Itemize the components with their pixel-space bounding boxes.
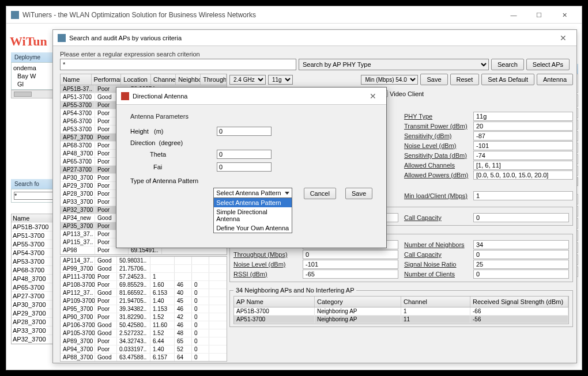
column-header[interactable]: AP Name [234,297,315,307]
search-button[interactable]: Search [491,59,524,70]
list-item[interactable]: AP48_3700 [12,275,56,283]
reset-button[interactable]: Reset [450,74,480,85]
column-header[interactable]: Throughpu.. [201,74,227,85]
table-row[interactable]: AP94_3700Poor0.033197..1.40520 [61,345,227,354]
close-icon[interactable]: ✕ [555,33,572,43]
mini-ap-list[interactable]: NameAP51B-3700AP51-3700AP55-3700AP54-370… [11,214,57,344]
tree-item[interactable]: Gl [13,80,55,88]
list-item[interactable]: AP51-3700 [12,231,56,240]
deployment-tree[interactable]: ondema Bay W Gl [11,62,57,90]
call-cap-value: 0 [473,213,569,222]
phy-select[interactable]: 11g [268,75,293,85]
list-item[interactable]: AP54-3700 [12,249,56,257]
tree-item[interactable]: Bay W [13,72,55,80]
column-header[interactable]: Location [121,74,151,85]
list-item[interactable]: AP53-3700 [12,257,56,266]
select-aps-button[interactable]: Select APs [526,59,570,70]
search-for-header: Search fo [11,179,57,189]
dialog-title: Directional Antenna [133,93,187,100]
antenna-button[interactable]: Antenna [537,74,573,85]
deployments-header: Deployme [11,52,57,62]
antenna-icon [121,92,129,100]
table-row[interactable]: AP88_3700Good63.47588..6.157640 [61,354,227,362]
list-item[interactable]: AP51B-3700 [12,223,56,231]
column-header[interactable]: Channels [151,74,176,85]
java-icon [11,11,19,19]
close-button[interactable]: ✕ [552,7,577,23]
neighbors-group: 34 Neighboring APs and No Interfering AP… [229,287,573,327]
allowed-pw-value[interactable]: [0.0, 5.0, 10.0, 15.0, 20.0] [473,170,573,180]
column-header[interactable]: Performan.. [92,74,122,85]
tree-root[interactable]: ondema [13,64,55,72]
scrollbar[interactable] [11,90,57,98]
main-titlebar: WiTuners - the WLAN Optimization Solutio… [6,6,582,24]
noise-value[interactable]: -101 [473,141,573,150]
java-icon [58,34,66,42]
criterion-label: Please enter a regular expression search… [60,51,570,58]
theta-input[interactable] [217,150,272,159]
logo: WiTun [10,34,47,49]
column-header[interactable]: Category [315,297,401,307]
table-row[interactable]: AP105-3700Good2.527232..1.52480 [61,329,227,337]
dropdown-option[interactable]: Define Your Own Antenna [214,223,292,233]
criterion-input[interactable] [60,59,296,70]
save-button[interactable]: Save [420,74,447,85]
table-row[interactable]: AP111-3700Poor57.24523..1 [61,273,227,281]
neighbors-body[interactable]: AP51B-3700Neighboring AP1-66AP51-3700Nei… [234,307,568,324]
min-load-value[interactable]: 1 [473,191,573,200]
dropdown-option[interactable]: Select Antenna Pattern [214,198,292,207]
pattern-dropdown[interactable]: Select Antenna Pattern Select Antenna Pa… [213,188,292,233]
column-header[interactable]: Name [61,74,92,85]
close-icon[interactable]: ✕ [364,92,382,101]
sensitivity-value[interactable]: -87 [473,131,573,140]
table-row[interactable]: AP89_3700Poor34.32743..6.44650 [61,337,227,345]
sens-data-value[interactable]: -74 [473,151,573,160]
save-button[interactable]: Save [345,188,372,199]
column-header[interactable]: Channel [401,297,470,307]
list-item[interactable]: AP28_3700 [12,318,56,326]
list-item[interactable]: AP33_3700 [12,326,56,335]
table-row[interactable]: AP114_37..Good50.98031.. [61,257,227,265]
list-item[interactable]: AP27-3700 [12,292,56,301]
cancel-button[interactable]: Cancel [304,188,336,199]
table-row[interactable]: AP51-3700Neighboring AP11-56 [234,316,568,324]
tx-power-value[interactable]: 20 [473,121,573,131]
height-input[interactable] [217,127,272,136]
list-item[interactable]: AP65-3700 [12,283,56,292]
maximize-button[interactable]: ☐ [526,7,552,23]
main-title: WiTuners - the WLAN Optimization Solutio… [22,11,501,19]
dropdown-option[interactable]: Simple Directional Antenna [214,207,292,223]
ap-table-body-ext[interactable]: AP114_37..Good50.98031..AP99_3700Good21.… [61,257,227,362]
column-header: Name [12,214,56,223]
list-item[interactable]: AP68-3700 [12,266,56,275]
video-client-check[interactable]: Video Client [380,90,424,97]
ap-table-header: NamePerforman..LocationChannelsNeighbors… [61,74,227,85]
table-row[interactable]: AP51B-3700Neighboring AP1-66 [234,307,568,316]
fai-input[interactable] [217,162,272,172]
list-item[interactable]: AP55-3700 [12,240,56,249]
set-default-button[interactable]: Set As Default [481,74,534,85]
table-row[interactable]: AP109-3700Poor21.94705..1.40450 [61,297,227,305]
list-item[interactable]: AP29_3700 [12,309,56,318]
neighbors-header: AP NameCategoryChannelReceived Signal St… [234,297,568,307]
params-label: Antenna Parameters [130,113,372,120]
antenna-dialog: Directional Antenna ✕ Antenna Parameters… [116,87,387,248]
column-header[interactable]: Neighbors [176,74,201,85]
table-row[interactable]: AP99_3700Good21.75706.. [61,265,227,273]
table-row[interactable]: AP108-3700Poor69.85529..1.60460 [61,281,227,289]
search-type-select[interactable]: Search by AP PHY Type [299,59,489,70]
minimize-button[interactable]: — [501,7,526,23]
list-item[interactable]: AP32_3700 [12,335,56,344]
search-for-input[interactable] [14,192,54,200]
allowed-ch-value[interactable]: [1, 6, 11] [473,161,573,170]
phy-type-value[interactable]: 11g [473,112,573,121]
chevron-down-icon [285,192,289,195]
column-header[interactable]: Received Signal Strength (dBm) [470,297,568,307]
band-select[interactable]: 2.4 GHz [229,75,266,85]
table-row[interactable]: AP95_3700Poor39.34382..1.153460 [61,305,227,313]
min-mbps-select[interactable]: Min (Mbps) 54.0 [361,75,418,85]
table-row[interactable]: AP90_3700Poor31.82290..1.52420 [61,313,227,321]
table-row[interactable]: AP106-3700Good50.42580..11.60460 [61,321,227,329]
table-row[interactable]: AP112_37..Good81.66592..6.153400 [61,289,227,297]
list-item[interactable]: AP30_3700 [12,301,56,309]
